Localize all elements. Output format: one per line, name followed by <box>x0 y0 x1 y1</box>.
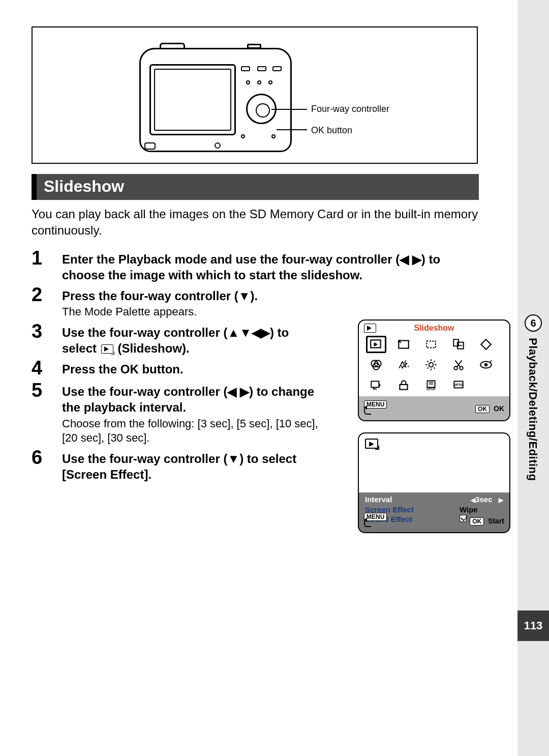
palette-brightness-filter-icon <box>421 356 441 373</box>
svg-text:OPTIO: OPTIO <box>453 383 464 387</box>
svg-point-22 <box>484 363 488 367</box>
palette-protect-icon <box>393 376 414 394</box>
step-number: 1 <box>32 248 48 283</box>
lcd-title: Slideshow <box>359 324 509 333</box>
callout-ok-button: OK button <box>311 125 352 136</box>
svg-text:DPOF: DPOF <box>426 387 436 391</box>
step-1: 1 Enter the Playback mode and use the fo… <box>32 248 479 283</box>
step-2: 2 Press the four-way controller (▼). The… <box>32 285 479 319</box>
svg-line-16 <box>434 367 435 368</box>
step-title: Press the OK button. <box>62 361 326 377</box>
page-number: 113 <box>517 610 549 641</box>
svg-line-18 <box>434 361 435 362</box>
palette-voice-memo-icon <box>366 376 386 394</box>
arrow-right-icon: ▶ <box>499 497 503 504</box>
manual-page: 6 Playback/Deleting/Editing 113 <box>0 0 549 756</box>
step-title: Use the four-way controller (▲▼◀▶) to se… <box>62 325 326 356</box>
return-icon <box>364 521 367 530</box>
chapter-number-badge: 6 <box>525 314 542 332</box>
palette-slideshow-icon <box>366 336 386 353</box>
step-number: 4 <box>32 358 48 379</box>
arrow-all-icon: ▲▼◀▶ <box>227 326 270 339</box>
setting-row-interval: Interval ◀3sec ▶ <box>365 495 503 505</box>
ok-indicator: OK OK <box>475 404 504 413</box>
step-desc: The Mode Palette appears. <box>62 305 326 319</box>
menu-indicator: MENU <box>364 400 392 417</box>
ok-indicator: OK Start <box>470 517 504 526</box>
svg-marker-1 <box>374 342 378 347</box>
chapter-title: Playback/Deleting/Editing <box>526 338 539 481</box>
intro-text: You can play back all the images on the … <box>32 206 479 239</box>
arrow-down-icon: ▼ <box>238 289 251 303</box>
svg-rect-24 <box>400 385 407 390</box>
camera-diagram: Four-way controller OK button <box>32 26 478 164</box>
section-heading: Slideshow <box>32 174 479 200</box>
return-icon <box>364 409 367 417</box>
palette-resize-icon <box>393 336 414 353</box>
svg-rect-23 <box>371 381 379 387</box>
arrow-left-right-icon: ◀ ▶ <box>400 252 421 266</box>
palette-color-filter-icon <box>366 356 386 373</box>
arrow-left-right-icon: ◀ ▶ <box>227 385 249 398</box>
svg-line-15 <box>427 361 428 362</box>
step-number: 6 <box>32 448 48 482</box>
step-title: Use the four-way controller (◀ ▶) to cha… <box>62 384 326 415</box>
step-desc: Choose from the following: [3 sec], [5 s… <box>62 417 326 446</box>
palette-rotation-icon <box>476 336 496 353</box>
slideshow-mode-icon <box>101 344 113 354</box>
menu-indicator: MENU <box>364 512 392 530</box>
palette-copy-icon <box>448 336 469 353</box>
step-title: Press the four-way controller (▼). <box>62 288 326 304</box>
callout-fourway: Four-way controller <box>311 104 389 114</box>
slideshow-icon <box>365 439 378 449</box>
svg-point-10 <box>429 363 434 367</box>
step-title: Use the four-way controller (▼) to selec… <box>62 451 326 482</box>
arrow-down-icon: ▼ <box>227 452 239 466</box>
palette-trimming-icon <box>421 336 441 353</box>
svg-line-17 <box>427 367 428 368</box>
svg-rect-3 <box>426 341 435 348</box>
lcd-mode-palette: Slideshow <box>358 319 510 421</box>
step-title: Enter the Playback mode and use the four… <box>62 251 479 283</box>
palette-dpof-icon: DPOF <box>421 376 441 394</box>
mode-palette-grid: DPOF OPTIO <box>366 336 502 394</box>
palette-redeye-icon <box>476 356 496 373</box>
step-number: 5 <box>32 381 48 446</box>
step-number: 3 <box>32 322 48 356</box>
svg-marker-6 <box>481 339 491 350</box>
palette-startup-screen-icon: OPTIO <box>448 376 469 394</box>
lcd-slideshow-settings: Interval ◀3sec ▶ Screen Effect Wipe Soun… <box>358 432 510 533</box>
arrow-left-icon: ◀ <box>471 497 475 504</box>
palette-movie-edit-icon <box>448 356 469 373</box>
step-number: 2 <box>32 285 48 319</box>
palette-digital-filter-icon <box>393 356 414 373</box>
